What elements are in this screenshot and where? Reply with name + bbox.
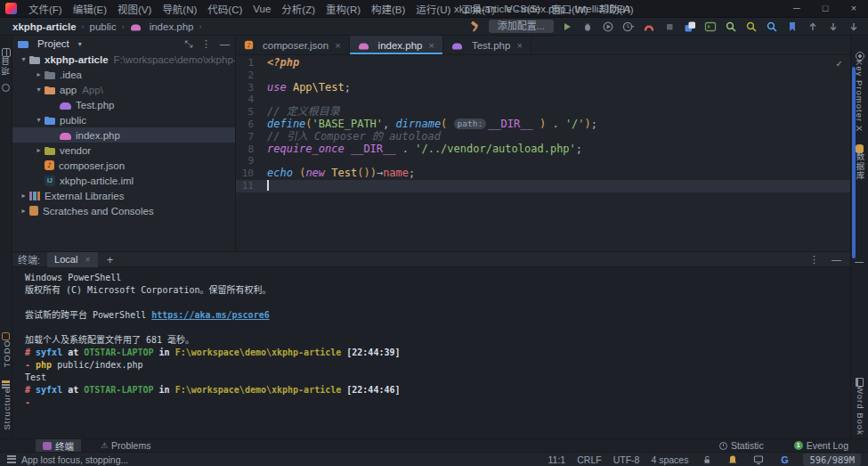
- monitor-icon[interactable]: [751, 453, 766, 466]
- collapse-all-icon[interactable]: ⤡: [184, 38, 192, 50]
- close-icon[interactable]: ×: [428, 40, 434, 51]
- tree-item-app[interactable]: ▾appApp\: [12, 82, 235, 97]
- chevron-right-icon[interactable]: ▸: [33, 146, 45, 154]
- breadcrumb-item[interactable]: xkphp-article: [12, 21, 77, 32]
- line-ending[interactable]: CRLF: [577, 454, 601, 465]
- console-icon[interactable]: [703, 20, 718, 34]
- tree-item-label: xkphp-article.iml: [60, 176, 134, 186]
- kebab-menu-icon[interactable]: ⋮: [201, 38, 211, 50]
- tool-stripe-button-todo[interactable]: TODO: [0, 328, 12, 367]
- maximize-window-icon[interactable]: □: [811, 0, 840, 18]
- main-toolbar: xkphp-article›public›index.php› 添加配置...: [0, 18, 868, 36]
- terminal-tab-local[interactable]: Local ×: [47, 252, 98, 267]
- caret-position[interactable]: 11:1: [548, 454, 566, 465]
- menu-item[interactable]: 代码(C): [203, 0, 247, 18]
- tree-item-external-libraries[interactable]: ▸External Libraries: [12, 188, 235, 203]
- breadcrumb: xkphp-article›public›index.php›: [12, 21, 202, 32]
- profiler-icon[interactable]: [621, 20, 636, 34]
- chevron-down-icon[interactable]: ▾: [33, 116, 45, 124]
- tool-window-button-terminal[interactable]: 终端: [36, 439, 81, 453]
- menu-item[interactable]: 文件(F): [24, 0, 67, 18]
- tree-item-label: index.php: [76, 130, 120, 141]
- bookmark-icon[interactable]: [785, 20, 799, 34]
- file-encoding[interactable]: UTF-8: [613, 454, 640, 465]
- php-file-icon: [131, 24, 141, 30]
- run-configuration-selector[interactable]: 添加配置...: [489, 20, 554, 33]
- tool-stripe-button-word-book[interactable]: Word Book: [851, 374, 868, 436]
- code-editor[interactable]: 1<?php23use App\Test;45// 定义根目录6define('…: [236, 55, 850, 192]
- editor-tab-composer-json[interactable]: composer.json×: [236, 36, 350, 54]
- chevron-right-icon[interactable]: ▸: [18, 207, 29, 215]
- minimize-window-icon[interactable]: ─: [783, 0, 811, 18]
- tool-window-button-warning[interactable]: ⚠Problems: [93, 439, 158, 453]
- menu-item[interactable]: 分析(Z): [277, 0, 320, 18]
- menu-item[interactable]: 构建(B): [367, 0, 410, 18]
- coverage-icon[interactable]: [601, 20, 615, 34]
- nav-up-icon[interactable]: [806, 20, 820, 34]
- close-icon[interactable]: ×: [85, 254, 90, 265]
- editor-tab-index-php[interactable]: index.php×: [350, 36, 443, 54]
- find-olive-icon[interactable]: [744, 20, 758, 34]
- translate-icon[interactable]: [683, 20, 697, 34]
- tool-window-button-event-log[interactable]: 1Event Log: [787, 439, 856, 453]
- unlock-icon[interactable]: [700, 453, 714, 466]
- kebab-menu-icon[interactable]: ⋮: [809, 254, 819, 266]
- tree-item-composer-json[interactable]: composer.json: [12, 158, 235, 173]
- stop-icon[interactable]: [662, 20, 677, 34]
- chevron-down-icon[interactable]: ▾: [78, 40, 82, 48]
- find-green-icon[interactable]: [724, 20, 738, 34]
- tool-stripe-button-structure[interactable]: Structure: [0, 376, 12, 430]
- menu-item[interactable]: 重构(R): [321, 0, 365, 18]
- chevron-right-icon[interactable]: ▸: [18, 192, 29, 200]
- commit-icon[interactable]: [0, 84, 12, 92]
- close-icon[interactable]: ×: [516, 40, 522, 51]
- indent-style[interactable]: 4 spaces: [651, 454, 688, 465]
- editor-tab-test-php[interactable]: Test.php×: [443, 36, 531, 54]
- tree-item-scratches-and-consoles[interactable]: ▸Scratches and Consoles: [12, 203, 235, 218]
- tree-item-xkphp-article-iml[interactable]: xkphp-article.iml: [12, 173, 235, 188]
- window-title: xkphp-article - index.php - IntelliJ IDE…: [454, 0, 630, 18]
- run-icon[interactable]: [560, 20, 574, 34]
- close-icon[interactable]: ×: [335, 40, 340, 51]
- menu-item[interactable]: 运行(U): [411, 0, 455, 18]
- menu-item[interactable]: 编辑(E): [69, 0, 111, 18]
- tool-window-button-statistic[interactable]: Statistic: [712, 439, 771, 453]
- terminal-link[interactable]: https://aka.ms/pscore6: [151, 310, 269, 320]
- tree-item-vendor[interactable]: ▸vendor: [12, 143, 235, 158]
- breadcrumb-item[interactable]: index.php: [130, 21, 194, 32]
- close-window-icon[interactable]: ×: [840, 0, 868, 18]
- debug-icon[interactable]: [580, 20, 595, 34]
- move-down-icon[interactable]: [847, 20, 861, 34]
- translate-g-icon[interactable]: G: [777, 453, 791, 466]
- chevron-down-icon[interactable]: ▾: [33, 86, 45, 94]
- tree-item-index-php[interactable]: index.php: [12, 127, 235, 143]
- tree-item--idea[interactable]: ▸.idea: [12, 67, 235, 82]
- find-blue-icon[interactable]: [765, 20, 779, 34]
- minimize-panel-icon[interactable]: —: [831, 254, 841, 265]
- hammer-icon[interactable]: [468, 20, 483, 34]
- menu-item[interactable]: 导航(N): [158, 0, 201, 18]
- tree-item-public[interactable]: ▾public: [12, 112, 235, 127]
- tool-stripe-button-项目[interactable]: 项目: [0, 45, 12, 75]
- chevron-down-icon[interactable]: ▾: [18, 55, 29, 63]
- editor-scrollbar-thumb[interactable]: [852, 67, 856, 258]
- php-icon: [60, 133, 71, 140]
- tree-item-test-php[interactable]: Test.php: [12, 97, 235, 112]
- splitter-handle-icon[interactable]: —: [855, 257, 864, 266]
- notifications-icon[interactable]: [726, 453, 740, 466]
- terminal-line: 版权所有 (C) Microsoft Corporation。保留所有权利。: [25, 284, 850, 297]
- menu-item[interactable]: Vue: [248, 2, 275, 16]
- memory-indicator[interactable]: 596/989M: [803, 454, 861, 466]
- tree-item-xkphp-article[interactable]: ▾xkphp-articleF:\workspace\demo\xkphp-ar…: [12, 52, 235, 67]
- inspection-ok-icon[interactable]: ✓: [836, 59, 843, 69]
- breadcrumb-item[interactable]: public: [90, 21, 117, 32]
- tool-stripe-label: Word Book: [856, 386, 865, 436]
- nav-down-icon[interactable]: [826, 20, 840, 34]
- line-number: 4: [236, 94, 263, 106]
- new-terminal-icon[interactable]: +: [107, 253, 114, 266]
- hide-panel-icon[interactable]: —: [220, 38, 230, 49]
- chevron-right-icon[interactable]: ▸: [33, 70, 45, 78]
- menu-item[interactable]: 视图(V): [113, 0, 156, 18]
- terminal-output[interactable]: Windows PowerShell版权所有 (C) Microsoft Cor…: [12, 267, 850, 409]
- phone-icon[interactable]: [642, 20, 656, 34]
